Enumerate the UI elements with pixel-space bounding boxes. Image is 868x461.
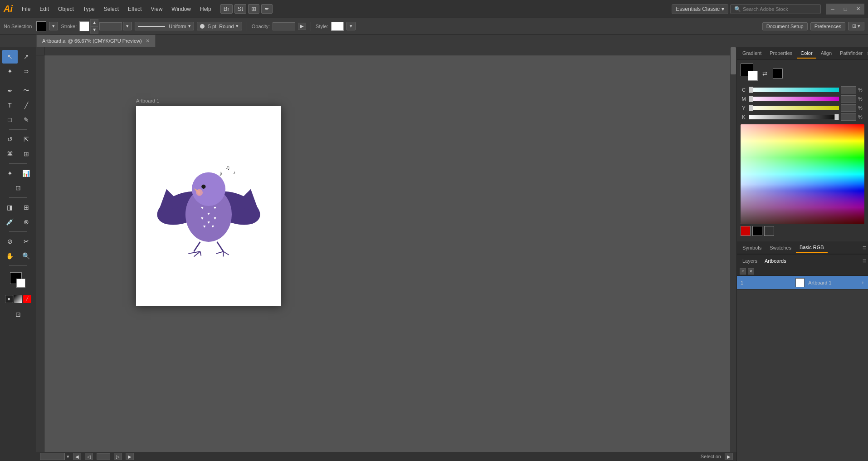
tab-layers[interactable]: Layers: [739, 256, 761, 265]
gradient-mode-btn[interactable]: [14, 295, 22, 303]
artboard-options-button[interactable]: ⊞ ▾: [848, 22, 864, 30]
opacity-input[interactable]: 100%: [273, 22, 295, 30]
color-preset-red[interactable]: [741, 226, 751, 236]
color-spectrum[interactable]: [741, 124, 864, 224]
document-tab[interactable]: Artboard.ai @ 66.67% (CMYK/GPU Preview) …: [36, 34, 156, 47]
layers-panel-menu[interactable]: ≡: [863, 257, 866, 265]
select-tool[interactable]: ↖: [2, 50, 18, 64]
search-stock-box[interactable]: 🔍 Search Adobe Stock: [730, 4, 821, 14]
add-artboard-icon[interactable]: +: [862, 280, 864, 285]
prev-page-button[interactable]: ◀: [73, 453, 81, 460]
channel-k-slider[interactable]: [749, 115, 839, 119]
swatches-menu[interactable]: ≡: [863, 244, 866, 251]
zoom-tool[interactable]: 🔍: [19, 249, 34, 263]
stroke-down[interactable]: ▼: [90, 26, 98, 34]
blend-tool[interactable]: ⊗: [19, 215, 34, 229]
new-artboard-btn[interactable]: ⊡: [10, 308, 26, 321]
fill-swatch[interactable]: [36, 21, 46, 31]
zoom-input[interactable]: 66.67%: [40, 453, 65, 460]
tab-close-button[interactable]: ✕: [146, 38, 150, 44]
chart-tool[interactable]: 📊: [19, 167, 34, 180]
menu-edit[interactable]: Edit: [36, 4, 53, 14]
tab-properties[interactable]: Properties: [766, 49, 796, 59]
vertical-scrollbar[interactable]: [730, 47, 736, 461]
tab-gradient[interactable]: Gradient: [739, 49, 765, 59]
swap-colors-icon[interactable]: ⇄: [762, 70, 767, 77]
direct-select-tool[interactable]: ↗: [19, 50, 34, 64]
layout-button[interactable]: ⊞: [248, 4, 259, 14]
hand-tool[interactable]: ✋: [2, 249, 18, 263]
menu-type[interactable]: Type: [79, 4, 98, 14]
warp-tool[interactable]: ⌘: [2, 147, 18, 161]
page-input[interactable]: 1: [97, 453, 110, 460]
zoom-control[interactable]: 66.67% ▾: [40, 453, 69, 460]
menu-help[interactable]: Help: [196, 4, 215, 14]
restore-button[interactable]: □: [839, 4, 852, 15]
channel-y-slider[interactable]: [749, 106, 839, 110]
next-artboard-button[interactable]: ▷: [114, 453, 122, 460]
v-scroll-thumb[interactable]: [731, 47, 736, 74]
layers-expand-btn[interactable]: ✕: [748, 268, 754, 275]
style-dropdown[interactable]: ▾: [346, 22, 356, 30]
fill-dropdown[interactable]: ▾: [49, 22, 58, 30]
lasso-tool[interactable]: ⊃: [19, 64, 34, 78]
workspace-selector[interactable]: Essentials Classic ▾: [672, 4, 728, 14]
tab-swatches[interactable]: Swatches: [766, 243, 795, 252]
symbol-tool[interactable]: ✦: [2, 167, 18, 180]
layer-item-artboard1[interactable]: 1 Artboard 1 +: [737, 276, 868, 289]
bg-swatch[interactable]: [748, 71, 758, 81]
rect-tool[interactable]: □: [2, 113, 18, 127]
mode-arrow[interactable]: ▶: [725, 453, 733, 460]
opacity-options[interactable]: ▶: [298, 23, 306, 30]
prev-artboard-button[interactable]: ◁: [85, 453, 93, 460]
color-preset-darkgray[interactable]: [764, 226, 774, 236]
tab-pathfinder[interactable]: Pathfinder: [836, 49, 866, 59]
eyedropper-tool[interactable]: 💉: [2, 215, 18, 229]
menu-select[interactable]: Select: [100, 4, 122, 14]
doc-setup-button[interactable]: Document Setup: [762, 22, 808, 30]
stock-button[interactable]: St: [234, 4, 246, 14]
channel-m-slider[interactable]: [749, 97, 839, 101]
scale-tool[interactable]: ⇱: [19, 132, 34, 146]
slice-tool[interactable]: ⊘: [2, 235, 18, 248]
brush-dropdown[interactable]: 5 pt. Round ▾: [197, 22, 242, 30]
tab-symbols[interactable]: Symbols: [739, 243, 765, 252]
channel-k-input[interactable]: 100: [841, 113, 856, 121]
channel-c-input[interactable]: 0: [841, 86, 856, 93]
browse-button[interactable]: Br: [220, 4, 233, 14]
tab-artboards[interactable]: Artboards: [761, 256, 790, 265]
none-mode-btn[interactable]: ╱: [23, 295, 31, 303]
channel-c-slider[interactable]: [749, 88, 839, 92]
color-preset-black[interactable]: [752, 226, 762, 236]
layers-collapse-btn[interactable]: «: [740, 268, 746, 275]
scissors-tool[interactable]: ✂: [19, 235, 34, 248]
text-tool[interactable]: T: [2, 98, 18, 112]
minimize-button[interactable]: ─: [826, 4, 839, 15]
color-mode-btn[interactable]: ■: [5, 295, 13, 303]
artboard-tool[interactable]: ⊡: [10, 181, 26, 195]
stroke-style-dropdown[interactable]: Uniform ▾: [135, 22, 194, 30]
artboard[interactable]: ♥ ♥ ♥ ♥ ♥ ♥ ♥ ♥ ♪ ♫ ♪: [136, 106, 281, 306]
tab-align[interactable]: Align: [817, 49, 835, 59]
menu-effect[interactable]: Effect: [124, 4, 145, 14]
close-button[interactable]: ✕: [852, 4, 864, 15]
pen-tool[interactable]: ✒: [2, 84, 18, 98]
background-color[interactable]: [16, 279, 25, 288]
next-page-button[interactable]: ▶: [126, 453, 134, 460]
curvature-tool[interactable]: 〜: [19, 84, 34, 98]
stroke-swatch[interactable]: [79, 21, 89, 31]
style-swatch[interactable]: [331, 22, 344, 31]
pen-button[interactable]: ✒: [261, 4, 273, 14]
stroke-input[interactable]: 1 pt: [99, 22, 122, 30]
free-transform-tool[interactable]: ⊞: [19, 147, 34, 161]
tab-color[interactable]: Color: [797, 49, 816, 59]
menu-view[interactable]: View: [147, 4, 166, 14]
stroke-unit-dropdown[interactable]: ▾: [123, 22, 132, 30]
gradient-tool[interactable]: ◨: [2, 201, 18, 214]
magic-wand-tool[interactable]: ✦: [2, 64, 18, 78]
menu-file[interactable]: File: [18, 4, 34, 14]
pencil-tool[interactable]: ✎: [19, 113, 34, 127]
line-tool[interactable]: ╱: [19, 98, 34, 112]
mesh-tool[interactable]: ⊞: [19, 201, 34, 214]
channel-m-input[interactable]: 0: [841, 95, 856, 103]
